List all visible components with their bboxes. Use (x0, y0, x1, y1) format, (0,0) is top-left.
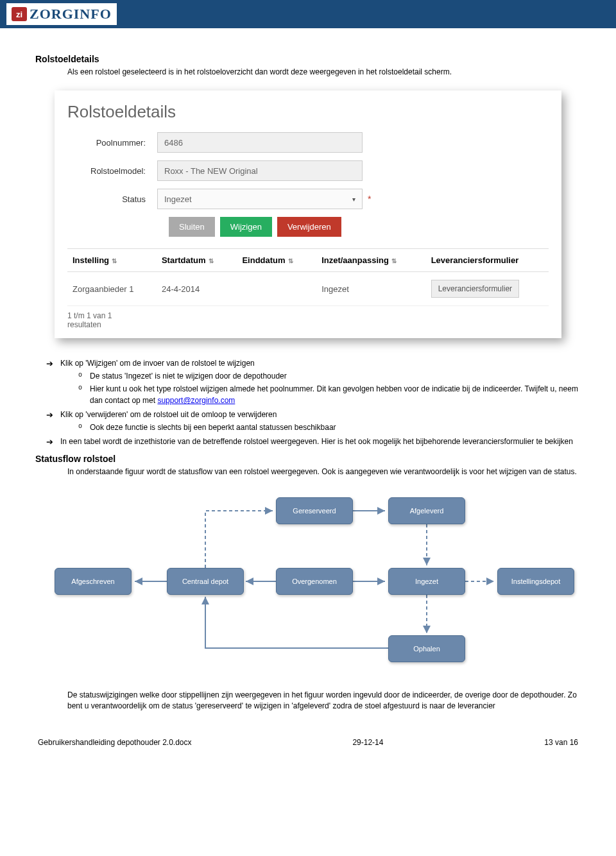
section-title-statusflow: Statusflow rolstoel (35, 454, 581, 464)
statusflow-intro: In onderstaande figuur wordt de statusfl… (67, 467, 581, 477)
wijzigen-button[interactable]: Wijzigen (220, 217, 272, 237)
cell-inzet: Ingezet (316, 272, 426, 306)
chevron-down-icon: ▾ (352, 196, 355, 203)
flow-box-gereserveerd: Gereserveerd (276, 497, 353, 524)
table-row: Zorgaanbieder 1 24-4-2014 Ingezet Levera… (67, 272, 549, 306)
rolstoelmodel-input[interactable]: Roxx - The NEW Original (157, 160, 363, 181)
inzet-table: Instelling⇅ Startdatum⇅ Einddatum⇅ Inzet… (67, 248, 549, 306)
section-title-rolstoeldetails: Rolstoeldetails (35, 54, 581, 64)
cell-instelling: Zorgaanbieder 1 (67, 272, 157, 306)
flow-box-overgenomen: Overgenomen (276, 568, 353, 595)
logo: zi ZORGINFO (6, 3, 117, 25)
footer-center: 29-12-14 (352, 738, 383, 747)
result-count: 1 t/m 1 van 1 resultaten (67, 311, 549, 329)
sort-icon: ⇅ (391, 257, 399, 264)
footer-right: 13 van 16 (544, 738, 578, 747)
header-bar: zi ZORGINFO (0, 0, 616, 28)
flow-box-instellingsdepot: Instellingsdepot (497, 568, 574, 595)
panel-title: Rolstoeldetails (67, 102, 549, 122)
subbullet-ingezet: De status 'Ingezet' is niet te wijzigen … (78, 370, 581, 382)
poolnummer-input[interactable]: 6486 (157, 132, 363, 153)
page-footer: Gebruikershandleiding depothouder 2.0.do… (35, 738, 581, 747)
th-lever: Leveranciersformulier (426, 249, 549, 272)
flow-box-centraal: Centraal depot (167, 568, 244, 595)
poolnummer-label: Poolnummer: (67, 138, 157, 148)
status-value: Ingezet (164, 194, 192, 204)
rolstoelmodel-label: Rolstoelmodel: (67, 166, 157, 176)
sort-icon: ⇅ (209, 257, 216, 264)
th-startdatum[interactable]: Startdatum⇅ (157, 249, 237, 272)
status-select[interactable]: Ingezet ▾ (157, 189, 363, 209)
th-einddatum[interactable]: Einddatum⇅ (237, 249, 316, 272)
flow-box-ingezet: Ingezet (388, 568, 465, 595)
subbullet-poolnummer: Hier kunt u ook het type rolstoel wijzig… (78, 383, 581, 406)
sort-icon: ⇅ (112, 257, 119, 264)
flow-box-afgeleverd: Afgeleverd (388, 497, 465, 524)
logo-icon: zi (12, 7, 27, 21)
rolstoeldetails-panel: Rolstoeldetails Poolnummer: 6486 Rolstoe… (55, 90, 561, 338)
support-email-link[interactable]: support@zorginfo.com (157, 396, 235, 405)
subbullet-statussen: Ook deze functie is slechts bij een bepe… (78, 422, 581, 433)
flow-box-afgeschreven: Afgeschreven (55, 568, 132, 595)
bullet-verwijderen: Klik op 'verwijderen' om de rolstoel uit… (46, 409, 581, 433)
status-label: Status (67, 194, 157, 204)
th-instelling[interactable]: Instelling⇅ (67, 249, 157, 272)
bullet-wijzigen: Klik op 'Wijzigen' om de invoer van de r… (46, 357, 581, 406)
footer-left: Gebruikershandleiding depothouder 2.0.do… (38, 738, 192, 747)
cell-startdatum: 24-4-2014 (157, 272, 237, 306)
flow-box-ophalen: Ophalen (388, 635, 465, 662)
leveranciersformulier-button[interactable]: Leveranciersformulier (431, 280, 519, 298)
verwijderen-button[interactable]: Verwijderen (277, 217, 341, 237)
th-inzet[interactable]: Inzet/aanpassing⇅ (316, 249, 426, 272)
statusflow-outro: De statuswijzigingen welke door stippell… (67, 690, 581, 712)
cell-einddatum (237, 272, 316, 306)
sort-icon: ⇅ (288, 257, 296, 264)
sluiten-button[interactable]: Sluiten (169, 217, 215, 237)
section-intro: Als een rolstoel geselecteerd is in het … (67, 67, 581, 78)
required-star-icon: * (368, 194, 371, 204)
bullet-inzethistorie: In een tabel wordt de inzethistorie van … (46, 436, 581, 447)
statusflow-diagram: Gereserveerd Afgeleverd Afgeschreven Cen… (45, 491, 571, 683)
logo-text: ZORGINFO (30, 6, 112, 22)
